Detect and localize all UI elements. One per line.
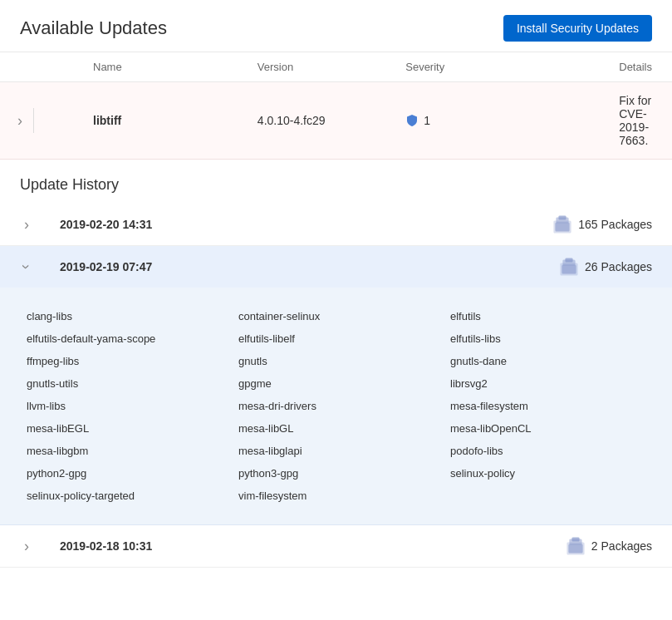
packages-grid: clang-libscontainer-selinuxelfutilselfut…: [27, 308, 645, 504]
svg-rect-7: [562, 265, 576, 273]
pkg-name-cell: libtiff: [73, 82, 238, 160]
list-item: elfutils-libs: [450, 330, 645, 347]
list-item: gnutls-utils: [27, 375, 222, 392]
list-item: vim-filesystem: [238, 487, 434, 504]
list-item: elfutils-libelf: [238, 330, 434, 347]
chevron-right-icon[interactable]: [13, 114, 27, 127]
list-item: mesa-libEGL: [27, 420, 222, 437]
pkg-details-cell: Fix for CVE-2019-7663.: [599, 82, 672, 160]
list-item: elfutils: [450, 308, 645, 325]
list-item: python3-gpg: [238, 465, 434, 482]
list-item: selinux-policy-targeted: [27, 487, 222, 504]
table-header-row: Name Version Severity Details: [0, 52, 672, 82]
table-row: libtiff 4.0.10-4.fc29 1 Fix for CVE-2019…: [0, 82, 672, 160]
list-item: elfutils-default-yama-scope: [27, 330, 222, 347]
col-sep-header: [33, 52, 73, 82]
packages-icon: [567, 537, 585, 555]
list-item: gnutls: [238, 352, 434, 370]
list-item: container-selinux: [238, 308, 434, 325]
packages-count-text: 26 Packages: [585, 260, 652, 273]
packages-count-col: 2 Packages: [567, 537, 652, 555]
list-item: librsvg2: [450, 375, 645, 392]
list-item: [450, 487, 645, 504]
packages-count-col: 26 Packages: [560, 258, 652, 276]
packages-icon: [560, 258, 578, 276]
svg-rect-11: [569, 544, 582, 553]
svg-rect-10: [572, 538, 579, 541]
history-date: 2019-02-18 10:31: [53, 539, 567, 553]
update-history-title: Update History: [0, 160, 672, 204]
page-title: Available Updates: [20, 17, 167, 39]
packages-count-col: 165 Packages: [553, 215, 652, 234]
list-item: mesa-dri-drivers: [238, 397, 434, 415]
col-severity-header: Severity: [385, 52, 599, 82]
severity-count: 1: [424, 114, 430, 127]
svg-rect-6: [566, 258, 572, 262]
chevron-right-icon[interactable]: [20, 539, 33, 553]
available-updates-table: Name Version Severity Details libtiff 4.…: [0, 52, 672, 160]
packages-icon: [553, 215, 571, 234]
history-row[interactable]: 2019-02-18 10:31 2 Packages: [0, 525, 672, 568]
list-item: python2-gpg: [27, 465, 222, 482]
list-item: mesa-filesystem: [450, 397, 645, 415]
expand-col: [20, 539, 53, 554]
expand-col: [20, 218, 53, 232]
chevron-right-icon[interactable]: [20, 218, 33, 231]
shield-icon: [405, 114, 419, 127]
expand-col: [20, 260, 53, 274]
history-row[interactable]: 2019-02-19 07:47 26 Packages: [0, 246, 672, 288]
list-item: clang-libs: [27, 308, 222, 325]
pkg-severity-cell: 1: [385, 82, 599, 160]
svg-rect-2: [559, 216, 566, 219]
list-item: mesa-libglapi: [238, 442, 434, 460]
expand-cell[interactable]: [0, 82, 33, 160]
packages-count-text: 2 Packages: [591, 539, 652, 553]
list-item: podofo-libs: [450, 442, 645, 460]
col-expand-header: [0, 52, 33, 82]
svg-rect-3: [556, 223, 569, 231]
col-details-header: Details: [599, 52, 672, 82]
vertical-separator: [33, 108, 34, 133]
list-item: mesa-libOpenCL: [450, 420, 645, 437]
list-item: gpgme: [238, 375, 434, 392]
list-item: gnutls-dane: [450, 352, 645, 370]
list-item: selinux-policy: [450, 465, 645, 482]
package-name: libtiff: [93, 114, 121, 127]
history-section: 2019-02-20 14:31 165 Packages 2019-02-19…: [0, 204, 672, 568]
list-item: ffmpeg-libs: [27, 352, 222, 370]
col-version-header: Version: [238, 52, 385, 82]
install-security-updates-button[interactable]: Install Security Updates: [503, 15, 652, 42]
history-date: 2019-02-19 07:47: [53, 260, 560, 273]
history-row[interactable]: 2019-02-20 14:31 165 Packages: [0, 204, 672, 246]
pkg-version-cell: 4.0.10-4.fc29: [238, 82, 385, 160]
packages-count-text: 165 Packages: [578, 218, 652, 231]
list-item: llvm-libs: [27, 397, 222, 415]
list-item: mesa-libgbm: [27, 442, 222, 460]
history-date: 2019-02-20 14:31: [53, 218, 553, 231]
expanded-packages-panel: clang-libscontainer-selinuxelfutilselfut…: [0, 288, 672, 525]
list-item: mesa-libGL: [238, 420, 434, 437]
chevron-down-icon[interactable]: [20, 260, 33, 273]
col-name-header: Name: [73, 52, 238, 82]
page-header: Available Updates Install Security Updat…: [0, 0, 672, 52]
